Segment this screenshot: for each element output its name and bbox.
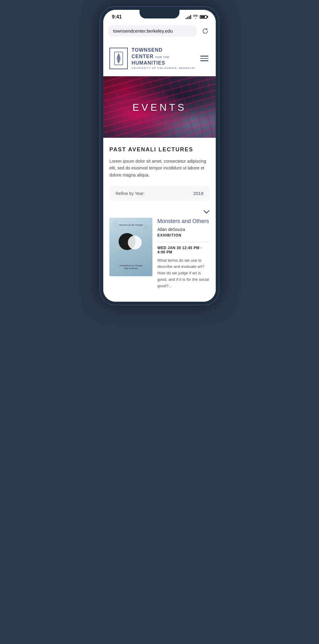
- site-header: TOWNSEND CENTER FOR THE HUMANITIES UNIVE…: [103, 41, 216, 76]
- event-type: EXHIBITION: [157, 233, 210, 237]
- event-divider: [157, 242, 210, 242]
- logo-leaf-svg: [114, 51, 123, 66]
- browser-bar: townsendcenter.berkeley.edu: [103, 22, 216, 41]
- circle-white: [128, 236, 142, 249]
- logo-text: TOWNSEND CENTER FOR THE HUMANITIES UNIVE…: [132, 47, 196, 70]
- filter-bar[interactable]: Refine by Year: 2018: [109, 186, 210, 201]
- section-description: Lorem ipsum dolor sit amet, consectetur …: [109, 158, 210, 178]
- book-text-top: How Art Can Be Thought: [119, 224, 143, 226]
- status-bar: 9:41: [103, 10, 216, 22]
- event-excerpt: What terms do we use to describe and eva…: [157, 257, 210, 289]
- phone-frame: 9:41: [100, 6, 219, 305]
- notch: [140, 10, 179, 18]
- status-icons: [186, 14, 207, 19]
- book-text-bottom: A Handbook for Change Allan deSouza: [120, 264, 143, 270]
- logo-icon: [109, 48, 128, 69]
- event-card: How Art Can Be Thought A Handbook for Ch…: [109, 218, 210, 295]
- section-title: PAST AVENALI LECTURES: [109, 146, 210, 153]
- logo-area: TOWNSEND CENTER FOR THE HUMANITIES UNIVE…: [109, 47, 196, 70]
- logo-subtitle: UNIVERSITY OF CALIFORNIA, BERKELEY: [132, 67, 196, 70]
- event-title[interactable]: Monsters and Others: [157, 218, 210, 225]
- hamburger-menu[interactable]: [199, 54, 210, 62]
- wifi-icon: [193, 14, 198, 19]
- hero-title: EVENTS: [132, 102, 187, 113]
- content-area: PAST AVENALI LECTURES Lorem ipsum dolor …: [103, 138, 216, 302]
- event-author: Allan deSouza: [157, 227, 210, 232]
- logo-title: TOWNSEND CENTER FOR THE HUMANITIES: [132, 47, 196, 66]
- event-details: Monsters and Others Allan deSouza EXHIBI…: [157, 218, 210, 289]
- event-datetime: WED JAN 30 12:45 PM - 4:00 PM: [157, 246, 210, 254]
- signal-icon: [186, 15, 191, 19]
- url-bar[interactable]: townsendcenter.berkeley.edu: [108, 25, 197, 37]
- url-text: townsendcenter.berkeley.edu: [113, 28, 173, 34]
- event-image: How Art Can Be Thought A Handbook for Ch…: [109, 218, 152, 276]
- battery-icon: [200, 15, 207, 19]
- book-cover: How Art Can Be Thought A Handbook for Ch…: [109, 218, 152, 276]
- filter-label: Refine by Year:: [116, 191, 145, 196]
- chevron-down-icon[interactable]: [109, 208, 210, 215]
- hero-banner: EVENTS: [103, 76, 216, 138]
- filter-value: 2018: [193, 191, 203, 196]
- refresh-button[interactable]: [200, 26, 211, 37]
- event-list: How Art Can Be Thought A Handbook for Ch…: [109, 208, 210, 295]
- website-content: TOWNSEND CENTER FOR THE HUMANITIES UNIVE…: [103, 41, 216, 302]
- phone-screen: 9:41: [103, 10, 216, 302]
- status-time: 9:41: [112, 14, 122, 20]
